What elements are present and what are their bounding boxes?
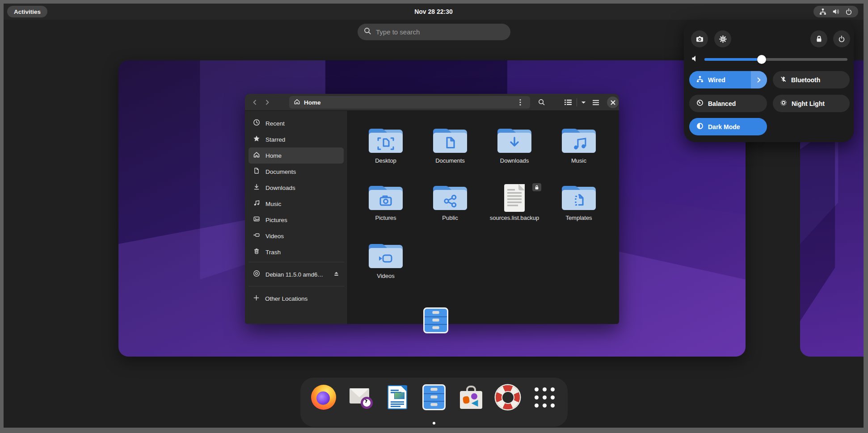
dock-item-evolution[interactable] xyxy=(346,383,374,411)
top-bar: Activities Nov 28 22:30 xyxy=(4,4,864,20)
sidebar-item-trash[interactable]: Trash xyxy=(249,244,344,260)
files-app-icon[interactable] xyxy=(423,307,448,333)
folder-documents[interactable]: Documents xyxy=(423,127,477,180)
device-label: Debian 11.5.0 amd6… xyxy=(265,271,323,278)
forward-button[interactable] xyxy=(261,96,274,109)
item-label: sources.list.backup xyxy=(488,214,541,221)
cabinet-handle xyxy=(433,311,439,314)
sidebar-item-pictures[interactable]: Pictures xyxy=(249,212,344,228)
close-window-button[interactable] xyxy=(607,97,619,108)
toggle-bluetooth[interactable]: Bluetooth xyxy=(773,71,850,88)
file-sources-list-backup[interactable]: sources.list.backup xyxy=(488,184,541,237)
sidebar-item-recent[interactable]: Recent xyxy=(249,115,344,131)
dock-item-libreoffice-writer[interactable] xyxy=(383,383,411,411)
volume-slider[interactable] xyxy=(704,58,847,61)
dock-item-software[interactable] xyxy=(457,383,485,411)
lock-button[interactable] xyxy=(810,30,827,47)
dock-item-firefox[interactable] xyxy=(310,383,337,411)
plus-icon xyxy=(253,294,260,303)
sidebar-item-documents[interactable]: Documents xyxy=(249,164,344,180)
sidebar-item-downloads[interactable]: Downloads xyxy=(249,180,344,196)
wired-expand-button[interactable] xyxy=(751,71,767,88)
toggle-label: Balanced xyxy=(708,100,736,107)
files-content-area[interactable]: Desktop Documents Downloads Music xyxy=(348,111,619,324)
workspace-preview[interactable]: Home xyxy=(118,60,746,357)
folder-music[interactable]: Music xyxy=(552,127,606,180)
toggle-wired[interactable]: Wired xyxy=(689,71,767,88)
item-label: Music xyxy=(552,157,606,164)
sidebar-label: Documents xyxy=(265,168,296,175)
sidebar-label: Starred xyxy=(265,136,285,143)
sidebar-label: Recent xyxy=(265,120,285,127)
sidebar-item-home[interactable]: Home xyxy=(249,147,344,164)
video-icon xyxy=(253,231,260,240)
sidebar-separator xyxy=(249,286,344,286)
view-list-button[interactable] xyxy=(560,96,576,109)
folder-public[interactable]: Public xyxy=(423,184,477,237)
files-icon xyxy=(422,384,446,410)
view-options-dropdown[interactable] xyxy=(577,96,589,109)
item-label: Documents xyxy=(423,157,477,164)
sidebar-item-videos[interactable]: Videos xyxy=(249,228,344,244)
screen: Activities Nov 28 22:30 Type to search xyxy=(0,0,868,433)
power-profile-icon xyxy=(696,99,704,108)
sidebar-label: Videos xyxy=(265,233,284,240)
toggle-power-profile[interactable]: Balanced xyxy=(689,95,767,112)
toggle-label: Bluetooth xyxy=(791,76,820,84)
toggle-label: Night Light xyxy=(792,100,825,107)
screenshot-button[interactable] xyxy=(691,30,708,47)
view-more-icon[interactable] xyxy=(515,97,526,108)
current-location-label: Home xyxy=(304,99,321,106)
clock-button[interactable]: Nov 28 22:30 xyxy=(4,6,864,17)
toggle-night-light[interactable]: Night Light xyxy=(773,95,850,112)
eject-button[interactable] xyxy=(333,270,340,279)
power-button[interactable] xyxy=(833,30,850,47)
volume-mute-icon[interactable] xyxy=(691,55,699,65)
picture-icon xyxy=(253,215,260,224)
search-input[interactable]: Type to search xyxy=(358,24,510,40)
folder-pictures[interactable]: Pictures xyxy=(359,184,413,237)
clock-badge-icon xyxy=(361,397,373,409)
files-sidebar: Recent Starred Home Documents xyxy=(245,111,348,324)
item-label: Public xyxy=(423,214,477,221)
files-window[interactable]: Home xyxy=(245,94,619,324)
sidebar-separator xyxy=(249,262,344,262)
sidebar-item-device-debian[interactable]: Debian 11.5.0 amd6… xyxy=(249,265,344,284)
path-bar[interactable]: Home xyxy=(289,96,530,109)
cabinet-divider xyxy=(425,324,447,325)
item-label: Downloads xyxy=(488,157,541,164)
volume-thumb[interactable] xyxy=(757,55,766,64)
dock-item-show-apps[interactable] xyxy=(531,383,559,411)
system-tray[interactable] xyxy=(813,6,858,17)
folder-desktop[interactable]: Desktop xyxy=(359,127,413,180)
app-grid-icon xyxy=(535,387,555,408)
sidebar-label: Pictures xyxy=(265,217,287,223)
volume-fill xyxy=(704,58,762,61)
folder-videos[interactable]: Videos xyxy=(359,242,413,295)
sidebar-item-starred[interactable]: Starred xyxy=(249,131,344,147)
network-wired-icon xyxy=(819,8,826,15)
trash-icon xyxy=(253,248,260,256)
settings-button[interactable] xyxy=(714,30,731,47)
cabinet-handle xyxy=(433,326,439,329)
download-icon xyxy=(253,183,260,192)
dock-item-files[interactable] xyxy=(420,383,448,411)
firefox-icon xyxy=(311,385,336,410)
search-icon xyxy=(364,27,371,37)
search-button[interactable] xyxy=(535,96,548,109)
folder-templates[interactable]: Templates xyxy=(552,184,606,237)
menu-button[interactable] xyxy=(590,96,602,109)
toggle-dark-mode[interactable]: Dark Mode xyxy=(689,118,767,135)
read-only-emblem xyxy=(532,183,541,191)
recent-icon xyxy=(253,119,260,128)
music-icon xyxy=(253,199,260,208)
dock-item-help[interactable] xyxy=(494,383,522,411)
sidebar-item-other-locations[interactable]: Other Locations xyxy=(249,289,344,308)
back-button[interactable] xyxy=(249,96,261,109)
quick-settings-panel: Wired Bluetooth Balanced Night Light xyxy=(684,20,854,142)
files-headerbar: Home xyxy=(245,94,619,111)
sidebar-item-music[interactable]: Music xyxy=(249,196,344,212)
cabinet-handle xyxy=(433,319,439,321)
folder-downloads[interactable]: Downloads xyxy=(488,127,541,180)
split-button-divider xyxy=(577,98,577,106)
